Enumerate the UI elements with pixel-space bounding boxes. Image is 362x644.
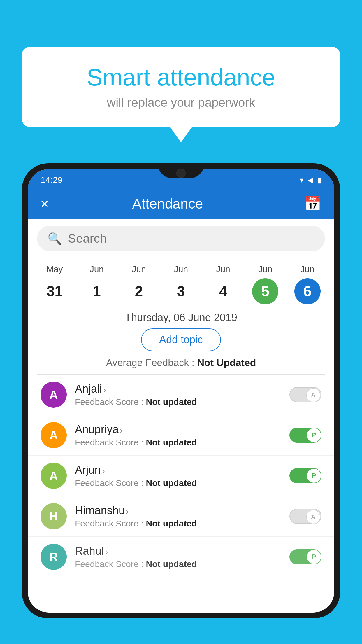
search-icon: 🔍 [48, 232, 62, 246]
avg-feedback-value: Not Updated [197, 357, 256, 368]
selected-date-label: Thursday, 06 June 2019 [28, 312, 334, 324]
toggle-knob: P [307, 469, 321, 483]
cal-date-number: 5 [252, 278, 278, 304]
add-topic-button[interactable]: Add topic [141, 328, 221, 351]
calendar-day[interactable]: Jun1 [81, 264, 113, 304]
student-name: Arjun › [75, 464, 289, 476]
cal-date-number: 2 [126, 278, 152, 304]
status-time: 14:29 [41, 175, 62, 185]
student-list: AAnjali ›Feedback Score : Not updatedAAA… [28, 374, 334, 577]
student-name: Anupriya › [75, 423, 289, 436]
list-item[interactable]: AArjun ›Feedback Score : Not updatedP [28, 456, 334, 496]
cal-month-label: Jun [174, 264, 188, 274]
cal-month-label: Jun [216, 264, 230, 274]
calendar-day[interactable]: Jun6 [291, 264, 324, 304]
attendance-toggle[interactable]: P [289, 428, 321, 443]
feedback-score: Feedback Score : Not updated [75, 397, 289, 407]
calendar-icon[interactable]: 📅 [304, 195, 321, 212]
wifi-icon: ▾ [300, 176, 303, 185]
calendar-day[interactable]: Jun4 [207, 264, 239, 304]
calendar-strip: May31Jun1Jun2Jun3Jun4Jun5Jun6 [28, 258, 334, 304]
cal-month-label: May [46, 264, 63, 274]
cal-date-number: 6 [294, 278, 321, 304]
speech-bubble: Smart attendance will replace your paper… [22, 47, 340, 127]
search-input[interactable] [68, 232, 314, 246]
student-name: Himanshu › [75, 504, 289, 517]
calendar-day[interactable]: Jun3 [165, 264, 197, 304]
avatar: R [41, 544, 67, 570]
cal-date-number: 31 [41, 278, 68, 304]
phone-mockup: 14:29 ▾ ◀ ▮ × Attendance 📅 🔍 May31Jun1Ju… [22, 163, 340, 644]
list-item[interactable]: RRahul ›Feedback Score : Not updatedP [28, 537, 334, 577]
list-item[interactable]: HHimanshu ›Feedback Score : Not updatedA [28, 496, 334, 537]
feedback-score: Feedback Score : Not updated [75, 559, 289, 569]
attendance-toggle[interactable]: A [289, 387, 321, 402]
battery-icon: ▮ [317, 176, 321, 185]
speech-bubble-container: Smart attendance will replace your paper… [22, 47, 340, 127]
attendance-toggle[interactable]: P [289, 549, 321, 564]
student-info: Himanshu ›Feedback Score : Not updated [75, 504, 289, 528]
feedback-score: Feedback Score : Not updated [75, 438, 289, 447]
list-item[interactable]: AAnjali ›Feedback Score : Not updatedA [28, 374, 334, 415]
phone-screen: 14:29 ▾ ◀ ▮ × Attendance 📅 🔍 May31Jun1Ju… [28, 169, 334, 612]
search-bar[interactable]: 🔍 [37, 226, 325, 251]
avatar: A [41, 382, 67, 408]
avatar: A [41, 422, 67, 448]
calendar-day[interactable]: Jun5 [249, 264, 281, 304]
app-bar: × Attendance 📅 [28, 188, 334, 219]
avg-feedback-prefix: Average Feedback : [106, 357, 197, 368]
cal-month-label: Jun [90, 264, 104, 274]
average-feedback: Average Feedback : Not Updated [28, 357, 334, 368]
avatar: A [41, 463, 67, 489]
attendance-toggle[interactable]: A [289, 509, 321, 524]
phone-outer: 14:29 ▾ ◀ ▮ × Attendance 📅 🔍 May31Jun1Ju… [22, 163, 340, 618]
speech-bubble-title: Smart attendance [45, 64, 317, 90]
phone-camera [176, 169, 186, 178]
status-icons: ▾ ◀ ▮ [300, 176, 321, 185]
app-bar-title: Attendance [31, 196, 304, 212]
toggle-knob: A [306, 388, 320, 402]
toggle-knob: P [307, 428, 321, 442]
student-info: Rahul ›Feedback Score : Not updated [75, 545, 289, 569]
signal-icon: ◀ [307, 176, 313, 185]
toggle-knob: P [307, 550, 321, 564]
feedback-score: Feedback Score : Not updated [75, 519, 289, 528]
cal-date-number: 4 [210, 278, 236, 304]
cal-month-label: Jun [258, 264, 272, 274]
avatar: H [41, 503, 67, 529]
cal-month-label: Jun [132, 264, 146, 274]
cal-date-number: 1 [84, 278, 110, 304]
calendar-day[interactable]: May31 [38, 264, 71, 304]
feedback-score: Feedback Score : Not updated [75, 478, 289, 488]
student-info: Arjun ›Feedback Score : Not updated [75, 464, 289, 488]
student-name: Rahul › [75, 545, 289, 557]
cal-date-number: 3 [168, 278, 194, 304]
cal-month-label: Jun [300, 264, 314, 274]
student-name: Anjali › [75, 383, 289, 395]
student-info: Anjali ›Feedback Score : Not updated [75, 383, 289, 407]
toggle-knob: A [306, 510, 320, 524]
student-info: Anupriya ›Feedback Score : Not updated [75, 423, 289, 447]
calendar-day[interactable]: Jun2 [123, 264, 155, 304]
speech-bubble-subtitle: will replace your paperwork [45, 96, 317, 110]
list-item[interactable]: AAnupriya ›Feedback Score : Not updatedP [28, 415, 334, 456]
attendance-toggle[interactable]: P [289, 468, 321, 483]
